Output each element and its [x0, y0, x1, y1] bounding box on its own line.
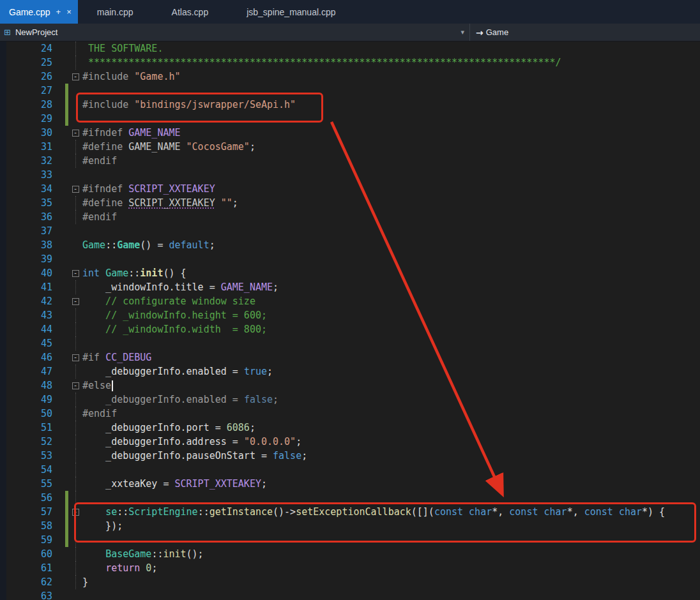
code-line[interactable]: 25 *************************************… [6, 56, 700, 70]
line-number: 57 [6, 506, 63, 518]
code-text: _windowInfo.title = GAME_NAME; [82, 281, 278, 293]
tab-game-cpp[interactable]: Game.cpp + × [0, 0, 78, 24]
code-line[interactable]: 45 [6, 336, 700, 350]
project-dropdown[interactable]: ⊞ NewProject ▾ [0, 24, 470, 41]
line-number: 56 [6, 492, 63, 504]
code-line[interactable]: 40-int Game::init() { [6, 266, 700, 280]
code-line[interactable]: 29 [6, 112, 700, 126]
code-line[interactable]: 34-#ifndef SCRIPT_XXTEAKEY [6, 182, 700, 196]
code-line[interactable]: 39 [6, 252, 700, 266]
breakpoint-margin[interactable] [0, 41, 6, 600]
code-line[interactable]: 59 [6, 533, 700, 547]
text-cursor [112, 380, 113, 391]
code-line[interactable]: 33 [6, 168, 700, 182]
code-line[interactable]: 46-#if CC_DEBUG [6, 350, 700, 364]
code-line[interactable]: 63 [6, 589, 700, 600]
code-line[interactable]: 49 _debuggerInfo.enabled = false; [6, 393, 700, 407]
code-line[interactable]: 24 THE SOFTWARE. [6, 41, 700, 56]
code-line[interactable]: 55 _xxteaKey = SCRIPT_XXTEAKEY; [6, 477, 700, 491]
code-line[interactable]: 28#include "bindings/jswrapper/SeApi.h" [6, 98, 700, 112]
code-line[interactable]: 26-#include "Game.h" [6, 70, 700, 84]
line-number: 41 [6, 281, 63, 293]
code-text: #ifndef SCRIPT_XXTEAKEY [82, 183, 215, 195]
code-line[interactable]: 32#endif [6, 154, 700, 168]
line-number: 40 [6, 267, 63, 279]
code-line[interactable]: 27 [6, 84, 700, 98]
code-line[interactable]: 50#endif [6, 407, 700, 421]
close-icon[interactable]: × [66, 7, 72, 17]
line-number: 61 [6, 562, 63, 574]
fold-gutter [68, 112, 82, 126]
line-number: 62 [6, 576, 63, 588]
code-line[interactable]: 30-#ifndef GAME_NAME [6, 126, 700, 140]
code-text: }); [82, 520, 123, 532]
fold-gutter [68, 322, 82, 336]
fold-gutter [68, 575, 82, 589]
fold-gutter [68, 41, 82, 56]
code-text: _debuggerInfo.pauseOnStart = false; [82, 450, 307, 461]
code-line[interactable]: 52 _debuggerInfo.address = "0.0.0.0"; [6, 435, 700, 449]
fold-collapse-icon[interactable]: - [68, 126, 82, 140]
line-number: 63 [6, 590, 63, 600]
code-line[interactable]: 54 [6, 463, 700, 477]
code-line[interactable]: 61 return 0; [6, 561, 700, 575]
code-line[interactable]: 56 [6, 491, 700, 505]
line-number: 44 [6, 324, 63, 335]
fold-gutter [68, 435, 82, 449]
tab-main-cpp[interactable]: main.cpp [78, 0, 153, 24]
line-number: 54 [6, 464, 63, 476]
code-line[interactable]: 51 _debuggerInfo.port = 6086; [6, 421, 700, 435]
code-line[interactable]: 44 // _windowInfo.width = 800; [6, 322, 700, 336]
fold-gutter [68, 238, 82, 252]
fold-gutter [68, 477, 82, 491]
fold-gutter [68, 519, 82, 533]
line-number: 49 [6, 394, 63, 405]
code-text: #define SCRIPT_XXTEAKEY ""; [82, 197, 238, 209]
tab-atlas-cpp[interactable]: Atlas.cpp [153, 0, 228, 24]
code-line[interactable]: 53 _debuggerInfo.pauseOnStart = false; [6, 449, 700, 463]
fold-collapse-icon[interactable]: - [68, 294, 82, 308]
code-line[interactable]: 41 _windowInfo.title = GAME_NAME; [6, 280, 700, 294]
code-text: #endif [82, 155, 117, 167]
pin-icon[interactable]: + [56, 7, 61, 17]
code-line[interactable]: 38Game::Game() = default; [6, 238, 700, 252]
code-line[interactable]: 35#define SCRIPT_XXTEAKEY ""; [6, 196, 700, 210]
code-line[interactable]: 60 BaseGame::init(); [6, 547, 700, 561]
line-number: 50 [6, 408, 63, 419]
code-text: _debuggerInfo.port = 6086; [82, 422, 255, 433]
line-number: 51 [6, 422, 63, 433]
line-number: 30 [6, 127, 63, 139]
fold-collapse-icon[interactable]: - [68, 379, 82, 393]
code-text: BaseGame::init(); [82, 548, 204, 560]
member-dropdown[interactable]: → Game [470, 24, 700, 41]
fold-gutter [68, 393, 82, 407]
line-number: 46 [6, 352, 63, 363]
fold-collapse-icon[interactable]: - [68, 350, 82, 364]
line-number: 35 [6, 197, 63, 209]
chevron-down-icon[interactable]: ▾ [460, 28, 464, 36]
code-line[interactable]: 36#endif [6, 210, 700, 224]
code-line[interactable]: 58 }); [6, 519, 700, 533]
code-area[interactable]: 24 THE SOFTWARE.25 *********************… [6, 41, 700, 600]
line-number: 28 [6, 99, 63, 110]
fold-collapse-icon[interactable]: - [68, 505, 82, 519]
fold-gutter [68, 421, 82, 435]
code-line[interactable]: 42- // configurate window size [6, 294, 700, 308]
code-line[interactable]: 47 _debuggerInfo.enabled = true; [6, 364, 700, 379]
code-line[interactable]: 48-#else [6, 379, 700, 393]
line-number: 52 [6, 436, 63, 447]
fold-collapse-icon[interactable]: - [68, 266, 82, 280]
fold-collapse-icon[interactable]: - [68, 70, 82, 84]
code-line[interactable]: 57- se::ScriptEngine::getInstance()->set… [6, 505, 700, 519]
fold-gutter [68, 84, 82, 98]
fold-gutter [68, 252, 82, 266]
code-line[interactable]: 31#define GAME_NAME "CocosGame"; [6, 140, 700, 154]
fold-collapse-icon[interactable]: - [68, 182, 82, 196]
tab-jsb_spine_manual-cpp[interactable]: jsb_spine_manual.cpp [227, 0, 354, 24]
project-icon: ⊞ [4, 28, 11, 36]
code-text: se::ScriptEngine::getInstance()->setExce… [82, 506, 665, 518]
code-line[interactable]: 37 [6, 224, 700, 238]
fold-gutter [68, 196, 82, 210]
code-line[interactable]: 62} [6, 575, 700, 589]
code-line[interactable]: 43 // _windowInfo.height = 600; [6, 308, 700, 322]
